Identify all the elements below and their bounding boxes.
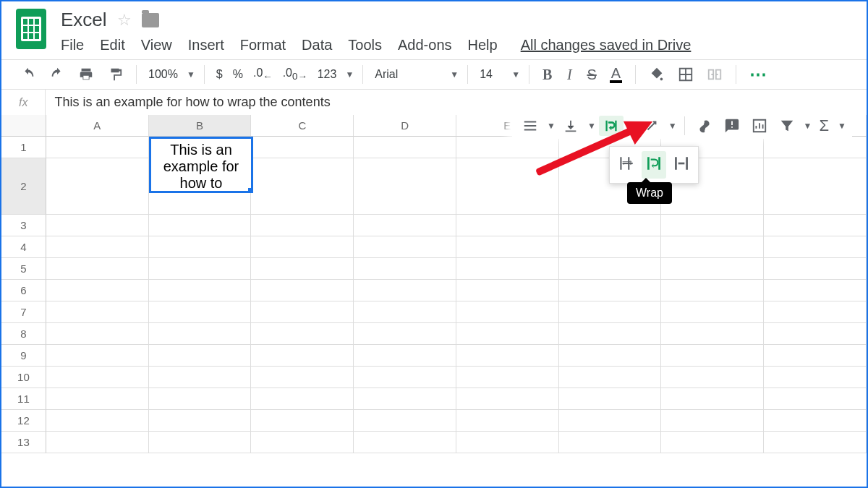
insert-link-icon[interactable] xyxy=(692,116,717,136)
col-header[interactable]: D xyxy=(354,115,456,137)
menu-addons[interactable]: Add-ons xyxy=(398,37,452,53)
menu-help[interactable]: Help xyxy=(468,37,498,53)
functions-icon[interactable]: Σ xyxy=(815,116,834,136)
vertical-align-icon[interactable] xyxy=(558,116,583,136)
strikethrough-button[interactable]: S xyxy=(582,64,600,85)
menu-tools[interactable]: Tools xyxy=(348,37,382,53)
clip-option[interactable] xyxy=(669,151,694,179)
fill-color-icon[interactable] xyxy=(644,64,669,85)
insert-chart-icon[interactable] xyxy=(747,116,772,136)
row-header[interactable]: 6 xyxy=(1,280,46,301)
row-header[interactable]: 11 xyxy=(1,388,46,410)
row-header[interactable]: 5 xyxy=(1,258,46,280)
row-header[interactable]: 1 xyxy=(1,137,46,158)
sheets-logo-icon xyxy=(16,9,46,49)
decrease-decimal-button[interactable]: .0← xyxy=(250,67,276,82)
text-color-button[interactable]: A xyxy=(610,66,622,83)
font-select[interactable]: Arial xyxy=(372,68,444,81)
spreadsheet-grid[interactable]: A B C D E F G H 1 2 3 4 5 6 7 8 9 10 11 … xyxy=(1,115,867,453)
fx-label: fx xyxy=(1,90,46,115)
chevron-down-icon[interactable]: ▼ xyxy=(587,121,596,131)
menubar: File Edit View Insert Format Data Tools … xyxy=(61,37,691,53)
chevron-down-icon[interactable]: ▼ xyxy=(838,121,846,131)
row-header[interactable]: 9 xyxy=(1,345,46,367)
toolbar: 100%▼ $ % .0← .00→ 123▼ Arial▼ 14▼ B I S… xyxy=(1,59,867,89)
horizontal-align-icon[interactable] xyxy=(518,116,542,136)
row-header[interactable]: 4 xyxy=(1,236,46,258)
row-header[interactable]: 13 xyxy=(1,432,46,453)
save-status[interactable]: All changes saved in Drive xyxy=(521,37,692,53)
menu-edit[interactable]: Edit xyxy=(100,37,124,53)
chevron-down-icon[interactable]: ▼ xyxy=(450,69,459,80)
menu-format[interactable]: Format xyxy=(240,37,286,53)
wrap-option[interactable] xyxy=(642,151,666,179)
chevron-down-icon[interactable]: ▼ xyxy=(511,69,520,80)
header: Excel ☆ File Edit View Insert Format Dat… xyxy=(1,1,867,53)
increase-decimal-button[interactable]: .00→ xyxy=(280,67,310,82)
row-header[interactable]: 2 xyxy=(1,158,46,215)
text-wrap-dropdown xyxy=(609,146,699,184)
selected-cell[interactable]: This is an example for how to xyxy=(149,137,253,193)
cell-content: This is an example for how to xyxy=(154,142,248,192)
col-header[interactable]: B xyxy=(149,115,252,137)
undo-icon[interactable] xyxy=(16,64,41,85)
bold-button[interactable]: B xyxy=(538,64,556,85)
currency-button[interactable]: $ xyxy=(213,68,226,81)
borders-icon[interactable] xyxy=(673,64,698,85)
text-rotation-icon[interactable] xyxy=(639,116,664,136)
menu-data[interactable]: Data xyxy=(302,37,332,53)
select-all-corner[interactable] xyxy=(1,115,46,137)
menu-file[interactable]: File xyxy=(61,37,84,53)
row-header[interactable]: 10 xyxy=(1,367,46,388)
percent-button[interactable]: % xyxy=(230,68,246,81)
overflow-option[interactable] xyxy=(614,151,639,179)
col-header[interactable]: C xyxy=(251,115,354,137)
chevron-down-icon[interactable]: ▼ xyxy=(547,121,556,131)
row-header[interactable]: 7 xyxy=(1,301,46,323)
insert-comment-icon[interactable] xyxy=(720,116,744,136)
document-title[interactable]: Excel xyxy=(61,9,107,31)
formula-bar: fx xyxy=(1,89,867,115)
formula-input[interactable] xyxy=(46,95,867,110)
menu-insert[interactable]: Insert xyxy=(188,37,224,53)
italic-button[interactable]: I xyxy=(561,64,578,85)
more-icon[interactable]: ⋯ xyxy=(745,64,770,85)
chevron-down-icon[interactable]: ▼ xyxy=(345,69,354,80)
zoom-select[interactable]: 100% xyxy=(145,68,181,81)
row-header[interactable]: 12 xyxy=(1,410,46,432)
toolbar-row-2: ▼ ▼ ▼ ▼ ▼ Σ▼ xyxy=(512,113,852,139)
col-header[interactable]: A xyxy=(46,115,149,137)
chevron-down-icon[interactable]: ▼ xyxy=(628,121,637,131)
wrap-tooltip: Wrap xyxy=(627,182,672,204)
star-icon[interactable]: ☆ xyxy=(117,11,132,30)
menu-view[interactable]: View xyxy=(141,37,172,53)
number-format-button[interactable]: 123 xyxy=(315,68,340,81)
merge-cells-icon[interactable] xyxy=(702,64,727,85)
chevron-down-icon[interactable]: ▼ xyxy=(804,121,812,131)
row-header[interactable]: 3 xyxy=(1,215,46,236)
fill-handle[interactable] xyxy=(248,188,253,193)
folder-icon[interactable] xyxy=(142,13,159,27)
text-wrap-icon[interactable] xyxy=(599,116,624,136)
row-header[interactable]: 8 xyxy=(1,323,46,345)
print-icon[interactable] xyxy=(74,64,98,85)
chevron-down-icon[interactable]: ▼ xyxy=(668,121,677,131)
filter-icon[interactable] xyxy=(775,116,799,136)
redo-icon[interactable] xyxy=(45,64,69,85)
font-size-select[interactable]: 14 xyxy=(477,68,506,81)
chevron-down-icon[interactable]: ▼ xyxy=(187,69,195,80)
paint-format-icon[interactable] xyxy=(103,64,127,85)
